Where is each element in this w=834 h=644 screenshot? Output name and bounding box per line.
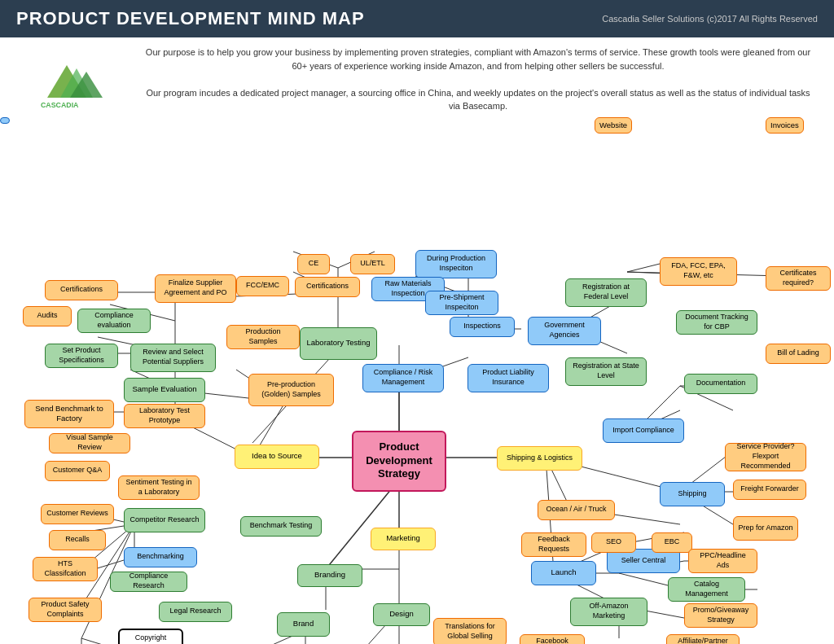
facebook-ads-node: Facebook Ads/Pixels: [520, 634, 585, 645]
service-provider-node: Service Provider? Flexport Recommended: [725, 443, 806, 471]
shipping-node: Shipping: [660, 482, 725, 506]
freight-forwarder-node: Freight Forwarder: [733, 480, 806, 500]
competitor-research-node: Competitor Research: [124, 508, 205, 532]
ocean-air-truck-node: Ocean / Air / Truck: [538, 500, 615, 520]
laboratory-testing-node: Laboratory Testing: [300, 327, 377, 360]
hts-classification-node: HTS Classifcation: [33, 557, 98, 581]
ul-etl-node: UL/ETL: [350, 254, 395, 274]
compliance-risk-node: Compliance / Risk Management: [362, 364, 444, 392]
during-production-node: During Production Inspeciton: [415, 250, 497, 278]
benchmark-testing-node: Benchmark Testing: [240, 516, 322, 537]
launch-node: Launch: [531, 561, 596, 585]
brand-node: Brand: [277, 612, 330, 637]
cascadia-logo: CASCADIA SELLER SOLUTIONS: [24, 46, 122, 111]
certifications-top-node: Certifications: [295, 277, 360, 297]
fda-fcc-epa-node: FDA, FCC, EPA, F&W, etc: [660, 257, 737, 286]
promo-giveaway-node: Promo/Giveaway Strategy: [684, 603, 757, 628]
review-select-suppliers-node: Review and Select Potential Suppliers: [130, 344, 216, 372]
documentation-node: Documentation: [684, 374, 757, 394]
production-samples-node: Production Samples: [226, 325, 300, 349]
branding-node: Branding: [297, 564, 362, 587]
mindmap-container: Product Development Strategy Idea to Sou…: [0, 117, 834, 645]
government-agencies-node: Government Agencies: [528, 317, 601, 345]
audits-node: Audits: [23, 306, 72, 326]
recalls-node: Recalls: [49, 530, 106, 550]
affiliate-strategy-node: Affiliate/Partner Strategy: [666, 634, 740, 645]
feedback-requests-node: Feedback Requests: [521, 532, 586, 557]
sample-evaluation-node: Sample Evaluation: [124, 378, 205, 402]
legal-research-node: Legal Research: [159, 602, 232, 622]
marketing-node: Marketing: [371, 528, 436, 550]
design-node: Design: [373, 603, 430, 626]
ebc-node: EBC: [652, 532, 692, 553]
document-tracking-cbp-node: Document Tracking for CBP: [676, 310, 757, 335]
pre-shipment-inspeciton-node: Pre-Shipment Inspeciton: [425, 291, 498, 315]
shipping-logistics-node: Shipping & Logistics: [497, 446, 582, 471]
inspections-node: Inspections: [450, 317, 515, 337]
product-safety-complaints-node: Product Safety Complaints: [29, 598, 102, 622]
header-title: PRODUCT DEVELOPMENT MIND MAP: [16, 8, 365, 29]
logo-section: CASCADIA SELLER SOLUTIONS: [12, 46, 134, 113]
svg-text:CASCADIA: CASCADIA: [41, 101, 79, 109]
compliance-eval-node: Compliance evaluation: [77, 309, 151, 333]
center-node: Product Development Strategy: [352, 431, 446, 492]
compliance-research-node: Compliance Research: [110, 572, 187, 592]
pre-shipment-node: [0, 117, 10, 124]
benchmarking-node: Benchmarking: [124, 547, 197, 567]
idea-to-source-node: Idea to Source: [235, 445, 319, 469]
set-product-specs-node: Set Product Specifications: [45, 344, 118, 368]
header-copyright: Cascadia Seller Solutions (c)2017 All Ri…: [602, 14, 818, 24]
ce-node: CE: [297, 254, 330, 274]
seo-node: SEO: [591, 532, 636, 553]
preproduction-samples-node: Pre-production (Golden) Samples: [248, 374, 334, 406]
translations-node: Translations for Global Selling: [433, 618, 507, 645]
off-amazon-marketing-node: Off-Amazon Marketing: [570, 598, 647, 626]
certifications-left-node: Certifications: [45, 280, 118, 300]
invoices-node: Invoices: [766, 117, 804, 134]
bill-of-lading-node: Bill of Lading: [766, 344, 831, 364]
copyright-node: Copyright: [118, 629, 183, 645]
customer-qa-node: Customer Q&A: [45, 461, 110, 481]
registration-state-node: Registration at State Level: [565, 357, 647, 386]
header: PRODUCT DEVELOPMENT MIND MAP Cascadia Se…: [0, 0, 834, 37]
send-benchmark-node: Send Benchmark to Factory: [24, 400, 114, 428]
svg-line-9: [326, 480, 399, 569]
ppc-ads-node: PPC/Headline Ads: [688, 549, 757, 573]
prep-for-amazon-node: Prep for Amazon: [733, 516, 798, 541]
import-compliance-node: Import Compliance: [603, 418, 684, 443]
intro-text: Our purpose is to help you grow your bus…: [134, 46, 822, 113]
registration-federal-node: Registration at Federal Level: [565, 278, 647, 307]
catalog-management-node: Catalog Management: [668, 577, 745, 602]
certificates-required-node: Certificates required?: [766, 266, 831, 291]
lab-test-prototype-node: Laboratory Test Prototype: [124, 404, 205, 428]
website-node: Website: [595, 117, 632, 134]
fcc-emc-node: FCC/EMC: [236, 276, 289, 296]
visual-sample-review-node: Visual Sample Review: [49, 433, 130, 453]
sentiment-testing-node: Sentiment Testing in a Laboratory: [118, 475, 200, 500]
product-liability-node: Product Liability Insurance: [467, 364, 549, 392]
finalize-supplier-node: Finalize Supplier Agreement and PO: [155, 274, 236, 303]
customer-reviews-node: Customer Reviews: [41, 504, 114, 524]
